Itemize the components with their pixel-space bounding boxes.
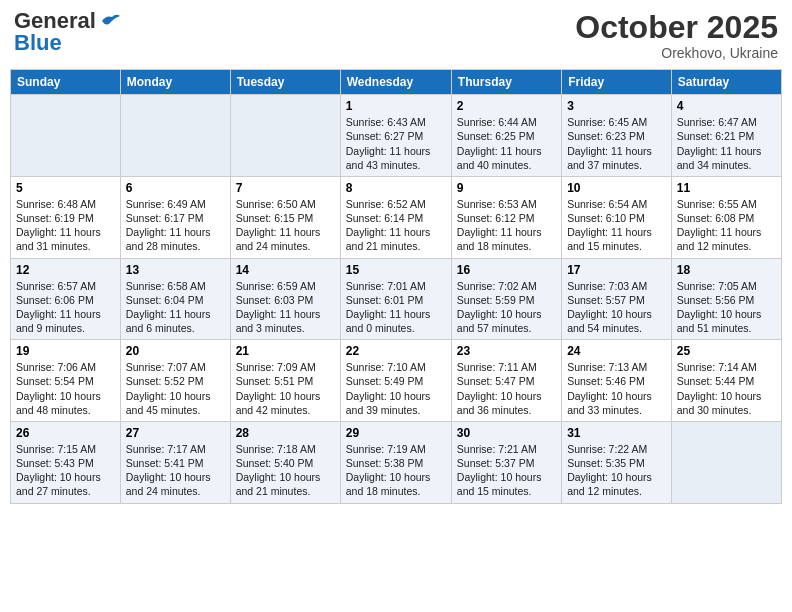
calendar-week-row: 26Sunrise: 7:15 AM Sunset: 5:43 PM Dayli… <box>11 421 782 503</box>
calendar-cell: 19Sunrise: 7:06 AM Sunset: 5:54 PM Dayli… <box>11 340 121 422</box>
day-number: 8 <box>346 181 446 195</box>
day-number: 25 <box>677 344 776 358</box>
day-info: Sunrise: 6:43 AM Sunset: 6:27 PM Dayligh… <box>346 115 446 172</box>
location: Orekhovo, Ukraine <box>575 45 778 61</box>
day-number: 31 <box>567 426 666 440</box>
logo-bird-icon <box>98 13 120 29</box>
day-info: Sunrise: 7:05 AM Sunset: 5:56 PM Dayligh… <box>677 279 776 336</box>
day-number: 29 <box>346 426 446 440</box>
day-number: 21 <box>236 344 335 358</box>
calendar-cell: 17Sunrise: 7:03 AM Sunset: 5:57 PM Dayli… <box>562 258 672 340</box>
weekday-header-wednesday: Wednesday <box>340 70 451 95</box>
day-info: Sunrise: 6:54 AM Sunset: 6:10 PM Dayligh… <box>567 197 666 254</box>
calendar-cell: 22Sunrise: 7:10 AM Sunset: 5:49 PM Dayli… <box>340 340 451 422</box>
calendar-cell: 27Sunrise: 7:17 AM Sunset: 5:41 PM Dayli… <box>120 421 230 503</box>
day-info: Sunrise: 7:14 AM Sunset: 5:44 PM Dayligh… <box>677 360 776 417</box>
weekday-header-sunday: Sunday <box>11 70 121 95</box>
day-info: Sunrise: 7:13 AM Sunset: 5:46 PM Dayligh… <box>567 360 666 417</box>
calendar-table: SundayMondayTuesdayWednesdayThursdayFrid… <box>10 69 782 503</box>
day-number: 2 <box>457 99 556 113</box>
month-title: October 2025 <box>575 10 778 45</box>
day-info: Sunrise: 7:15 AM Sunset: 5:43 PM Dayligh… <box>16 442 115 499</box>
day-number: 14 <box>236 263 335 277</box>
weekday-header-monday: Monday <box>120 70 230 95</box>
day-number: 28 <box>236 426 335 440</box>
calendar-cell: 16Sunrise: 7:02 AM Sunset: 5:59 PM Dayli… <box>451 258 561 340</box>
day-info: Sunrise: 6:45 AM Sunset: 6:23 PM Dayligh… <box>567 115 666 172</box>
day-number: 6 <box>126 181 225 195</box>
day-number: 27 <box>126 426 225 440</box>
calendar-week-row: 12Sunrise: 6:57 AM Sunset: 6:06 PM Dayli… <box>11 258 782 340</box>
day-info: Sunrise: 6:52 AM Sunset: 6:14 PM Dayligh… <box>346 197 446 254</box>
calendar-cell: 18Sunrise: 7:05 AM Sunset: 5:56 PM Dayli… <box>671 258 781 340</box>
day-info: Sunrise: 7:06 AM Sunset: 5:54 PM Dayligh… <box>16 360 115 417</box>
day-info: Sunrise: 7:07 AM Sunset: 5:52 PM Dayligh… <box>126 360 225 417</box>
calendar-cell <box>120 95 230 177</box>
day-info: Sunrise: 7:03 AM Sunset: 5:57 PM Dayligh… <box>567 279 666 336</box>
day-info: Sunrise: 7:19 AM Sunset: 5:38 PM Dayligh… <box>346 442 446 499</box>
calendar-cell: 1Sunrise: 6:43 AM Sunset: 6:27 PM Daylig… <box>340 95 451 177</box>
day-info: Sunrise: 6:44 AM Sunset: 6:25 PM Dayligh… <box>457 115 556 172</box>
calendar-cell: 6Sunrise: 6:49 AM Sunset: 6:17 PM Daylig… <box>120 176 230 258</box>
day-number: 19 <box>16 344 115 358</box>
day-info: Sunrise: 6:49 AM Sunset: 6:17 PM Dayligh… <box>126 197 225 254</box>
day-info: Sunrise: 6:59 AM Sunset: 6:03 PM Dayligh… <box>236 279 335 336</box>
calendar-cell: 30Sunrise: 7:21 AM Sunset: 5:37 PM Dayli… <box>451 421 561 503</box>
calendar-cell: 29Sunrise: 7:19 AM Sunset: 5:38 PM Dayli… <box>340 421 451 503</box>
weekday-header-friday: Friday <box>562 70 672 95</box>
day-info: Sunrise: 7:21 AM Sunset: 5:37 PM Dayligh… <box>457 442 556 499</box>
calendar-cell: 7Sunrise: 6:50 AM Sunset: 6:15 PM Daylig… <box>230 176 340 258</box>
day-number: 17 <box>567 263 666 277</box>
calendar-cell: 21Sunrise: 7:09 AM Sunset: 5:51 PM Dayli… <box>230 340 340 422</box>
day-number: 7 <box>236 181 335 195</box>
page-header: General Blue October 2025 Orekhovo, Ukra… <box>10 10 782 61</box>
calendar-header-row: SundayMondayTuesdayWednesdayThursdayFrid… <box>11 70 782 95</box>
day-number: 9 <box>457 181 556 195</box>
calendar-cell: 23Sunrise: 7:11 AM Sunset: 5:47 PM Dayli… <box>451 340 561 422</box>
weekday-header-thursday: Thursday <box>451 70 561 95</box>
calendar-cell: 2Sunrise: 6:44 AM Sunset: 6:25 PM Daylig… <box>451 95 561 177</box>
day-info: Sunrise: 6:50 AM Sunset: 6:15 PM Dayligh… <box>236 197 335 254</box>
calendar-cell: 28Sunrise: 7:18 AM Sunset: 5:40 PM Dayli… <box>230 421 340 503</box>
calendar-cell: 14Sunrise: 6:59 AM Sunset: 6:03 PM Dayli… <box>230 258 340 340</box>
day-number: 23 <box>457 344 556 358</box>
calendar-cell: 20Sunrise: 7:07 AM Sunset: 5:52 PM Dayli… <box>120 340 230 422</box>
day-info: Sunrise: 6:58 AM Sunset: 6:04 PM Dayligh… <box>126 279 225 336</box>
calendar-week-row: 5Sunrise: 6:48 AM Sunset: 6:19 PM Daylig… <box>11 176 782 258</box>
day-number: 20 <box>126 344 225 358</box>
day-info: Sunrise: 7:17 AM Sunset: 5:41 PM Dayligh… <box>126 442 225 499</box>
day-info: Sunrise: 7:22 AM Sunset: 5:35 PM Dayligh… <box>567 442 666 499</box>
calendar-cell: 11Sunrise: 6:55 AM Sunset: 6:08 PM Dayli… <box>671 176 781 258</box>
calendar-cell: 15Sunrise: 7:01 AM Sunset: 6:01 PM Dayli… <box>340 258 451 340</box>
calendar-cell: 5Sunrise: 6:48 AM Sunset: 6:19 PM Daylig… <box>11 176 121 258</box>
calendar-cell: 8Sunrise: 6:52 AM Sunset: 6:14 PM Daylig… <box>340 176 451 258</box>
calendar-cell: 24Sunrise: 7:13 AM Sunset: 5:46 PM Dayli… <box>562 340 672 422</box>
calendar-cell: 13Sunrise: 6:58 AM Sunset: 6:04 PM Dayli… <box>120 258 230 340</box>
day-number: 15 <box>346 263 446 277</box>
calendar-cell: 10Sunrise: 6:54 AM Sunset: 6:10 PM Dayli… <box>562 176 672 258</box>
calendar-cell: 4Sunrise: 6:47 AM Sunset: 6:21 PM Daylig… <box>671 95 781 177</box>
calendar-cell: 31Sunrise: 7:22 AM Sunset: 5:35 PM Dayli… <box>562 421 672 503</box>
calendar-cell <box>230 95 340 177</box>
calendar-week-row: 1Sunrise: 6:43 AM Sunset: 6:27 PM Daylig… <box>11 95 782 177</box>
day-number: 26 <box>16 426 115 440</box>
logo: General Blue <box>14 10 120 54</box>
calendar-cell: 3Sunrise: 6:45 AM Sunset: 6:23 PM Daylig… <box>562 95 672 177</box>
logo-general: General <box>14 10 96 32</box>
weekday-header-tuesday: Tuesday <box>230 70 340 95</box>
day-info: Sunrise: 7:11 AM Sunset: 5:47 PM Dayligh… <box>457 360 556 417</box>
logo-blue: Blue <box>14 32 62 54</box>
day-number: 30 <box>457 426 556 440</box>
day-info: Sunrise: 6:47 AM Sunset: 6:21 PM Dayligh… <box>677 115 776 172</box>
calendar-cell: 26Sunrise: 7:15 AM Sunset: 5:43 PM Dayli… <box>11 421 121 503</box>
day-number: 22 <box>346 344 446 358</box>
day-number: 4 <box>677 99 776 113</box>
day-number: 10 <box>567 181 666 195</box>
day-number: 18 <box>677 263 776 277</box>
day-info: Sunrise: 6:53 AM Sunset: 6:12 PM Dayligh… <box>457 197 556 254</box>
calendar-week-row: 19Sunrise: 7:06 AM Sunset: 5:54 PM Dayli… <box>11 340 782 422</box>
day-info: Sunrise: 6:55 AM Sunset: 6:08 PM Dayligh… <box>677 197 776 254</box>
calendar-cell: 9Sunrise: 6:53 AM Sunset: 6:12 PM Daylig… <box>451 176 561 258</box>
day-number: 1 <box>346 99 446 113</box>
day-info: Sunrise: 6:57 AM Sunset: 6:06 PM Dayligh… <box>16 279 115 336</box>
